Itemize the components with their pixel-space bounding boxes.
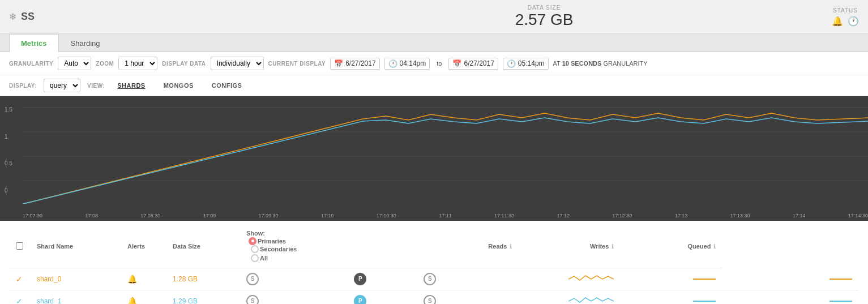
zoom-label: ZOOM: [96, 61, 114, 67]
col-data-size: Data Size: [166, 225, 240, 268]
row1-queued-cell: [722, 290, 859, 304]
to-time-value: 05:14pm: [518, 59, 545, 67]
x-label-8: 17:11:30: [494, 213, 514, 219]
col-shard-name: Shard Name: [30, 225, 121, 268]
queued-info-icon: ℹ: [713, 243, 716, 250]
x-label-4: 17:09:30: [259, 213, 279, 219]
row0-reads-sparkline: [519, 268, 621, 290]
row1-data-size-value: 1.29 GB: [173, 297, 198, 305]
chart-x-labels: 17:07:30 17:08 17:08:30 17:09 17:09:30 1…: [23, 213, 868, 219]
row1-s2: S: [417, 290, 519, 304]
from-date-field[interactable]: 📅 6/27/2017: [330, 58, 379, 70]
radio-primaries-icon: [249, 237, 256, 245]
data-size-value: 2.57 GB: [370, 11, 719, 29]
row0-shard-link[interactable]: shard_0: [37, 275, 61, 283]
writes-info-icon: ℹ: [612, 243, 614, 250]
to-text: to: [434, 60, 444, 67]
row0-queued-line: [829, 279, 852, 280]
row1-reads-svg: [568, 296, 614, 305]
row1-checkbox-cell: ✓: [9, 290, 30, 304]
row0-shard-name: shard_0: [30, 268, 121, 290]
x-label-10: 17:12:30: [612, 213, 632, 219]
row0-checkbox-cell: ✓: [9, 268, 30, 290]
from-time-field[interactable]: 🕐 04:14pm: [384, 58, 430, 70]
col-show-s1: Show: Primaries Secondaries All: [240, 225, 303, 268]
row1-writes-cell: [621, 290, 722, 304]
table-show-row: Shard Name Alerts Data Size Show: Primar…: [0, 221, 868, 304]
y-label-05: 0.5: [5, 160, 12, 166]
x-label-13: 17:14: [793, 213, 806, 219]
row1-checkmark: ✓: [16, 297, 23, 305]
row0-alerts: 🔔: [121, 268, 166, 290]
reads-info-icon: ℹ: [510, 243, 512, 250]
show-label: Show:: [246, 230, 265, 237]
granularity-select[interactable]: Auto: [58, 57, 91, 70]
display-row: DISPLAY: query VIEW: SHARDS MONGOS CONFI…: [0, 75, 868, 96]
x-label-11: 17:13: [675, 213, 688, 219]
x-label-3: 17:09: [203, 213, 216, 219]
x-label-7: 17:11: [439, 213, 452, 219]
row1-alerts: 🔔: [121, 290, 166, 304]
row1-writes-line: [693, 301, 716, 302]
to-date-field[interactable]: 📅 6/27/2017: [448, 58, 498, 70]
view-configs-button[interactable]: CONFIGS: [206, 80, 248, 91]
x-label-0: 17:07:30: [23, 213, 42, 219]
select-all-checkbox[interactable]: [16, 242, 23, 250]
bell-status-icon[interactable]: 🔔: [832, 16, 843, 27]
at-text: AT 10 SECONDS GRANULARITY: [553, 60, 648, 67]
row1-shard-link[interactable]: shard_1: [37, 297, 61, 305]
status-icons: 🔔 🕐: [832, 16, 859, 27]
app-icon: ❄: [9, 11, 16, 22]
row0-checkmark: ✓: [16, 275, 23, 284]
row1-queued-line: [829, 301, 852, 302]
row0-queued-cell: [722, 268, 859, 290]
tab-metrics[interactable]: Metrics: [9, 34, 59, 52]
row0-p-cell: P: [303, 268, 417, 290]
row1-shard-name: shard_1: [30, 290, 121, 304]
radio-primaries-label: Primaries: [258, 238, 286, 245]
row0-bell-icon: 🔔: [127, 275, 137, 284]
x-label-6: 17:10:30: [377, 213, 396, 219]
view-shards-button[interactable]: SHARDS: [112, 80, 151, 91]
calendar-from-icon: 📅: [334, 59, 343, 68]
to-date-value: 6/27/2017: [464, 59, 494, 67]
row0-p-badge: P: [354, 273, 366, 285]
data-size-section: DATA SIZE 2.57 GB: [370, 5, 719, 29]
tab-sharding[interactable]: Sharding: [59, 34, 112, 52]
radio-secondaries-icon: [251, 245, 259, 253]
chart-y-labels: 1.5 1 0.5 0: [5, 96, 12, 204]
col-checkbox: [9, 225, 30, 268]
x-label-9: 17:12: [557, 213, 570, 219]
header: ❄ SS DATA SIZE 2.57 GB STATUS 🔔 🕐: [0, 0, 868, 34]
y-label-0: 0: [5, 187, 12, 194]
row0-writes-cell: [621, 268, 722, 290]
chart-container: 1.5 1 0.5 0 17:07:30 17:08 17:08:30 17:0…: [0, 96, 868, 221]
row0-data-size-value: 1.28 GB: [173, 275, 198, 283]
to-time-field[interactable]: 🕐 05:14pm: [503, 58, 549, 70]
data-size-label: DATA SIZE: [370, 5, 719, 11]
chart-svg: [23, 96, 868, 204]
row1-reads-sparkline: [519, 290, 621, 304]
row1-p-cell: P: [303, 290, 417, 304]
row0-s-badge-2: S: [424, 273, 436, 285]
from-time-value: 04:14pm: [400, 59, 426, 67]
row1-data-size: 1.29 GB: [166, 290, 240, 304]
col-reads: Reads ℹ: [417, 225, 519, 268]
view-mongos-button[interactable]: MONGOS: [158, 80, 199, 91]
col-writes: Writes ℹ: [519, 225, 621, 268]
radio-all-icon: [251, 254, 259, 262]
col-spacer: [303, 225, 417, 268]
clock-to-icon: 🕐: [507, 59, 516, 68]
col-alerts: Alerts: [121, 225, 166, 268]
row1-s1: S: [240, 290, 303, 304]
x-label-2: 17:08:30: [140, 213, 160, 219]
row0-writes-line: [693, 279, 716, 280]
display-data-select[interactable]: Individually: [211, 57, 264, 70]
row1-s-badge-1: S: [246, 295, 259, 305]
display-select[interactable]: query: [44, 79, 80, 92]
app-name: SS: [21, 11, 370, 23]
zoom-select[interactable]: 1 hour: [118, 57, 157, 70]
table-row: ✓ shard_1 🔔 1.29 GB S P S: [9, 290, 859, 304]
clock-from-icon: 🕐: [388, 59, 397, 68]
clock-status-icon[interactable]: 🕐: [848, 16, 859, 27]
